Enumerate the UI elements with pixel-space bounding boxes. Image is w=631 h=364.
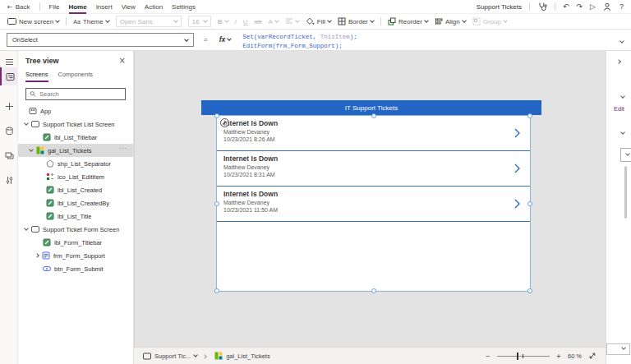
chevron-down-icon[interactable] xyxy=(621,128,624,136)
properties-panel-collapsed: Edit xyxy=(606,51,631,364)
selection-handle[interactable] xyxy=(371,288,376,293)
tree-item-lbl-list-createdby[interactable]: lbl_List_CreatedBy xyxy=(18,196,133,210)
zoom-slider[interactable] xyxy=(497,356,550,357)
fit-to-window-icon[interactable] xyxy=(588,352,596,360)
selection-handle[interactable] xyxy=(214,113,219,118)
selection-handle[interactable] xyxy=(527,201,532,206)
italic-button[interactable]: I xyxy=(235,18,237,25)
new-screen-button[interactable]: New screen xyxy=(7,17,59,25)
tab-screens[interactable]: Screens xyxy=(25,71,48,82)
share-person-icon[interactable] xyxy=(603,2,612,12)
strikethrough-button[interactable]: ab xyxy=(255,18,262,25)
tree-item-btn-form-submit[interactable]: btn_Form_Submit xyxy=(18,262,133,275)
app-name[interactable]: Support Tickets xyxy=(477,3,522,11)
panel-collapse-chevron-icon[interactable] xyxy=(616,58,620,65)
reorder-button[interactable]: Reorder xyxy=(388,17,428,25)
screen-selector[interactable]: Support Tic... xyxy=(143,352,197,360)
chevron-down-icon xyxy=(274,18,279,23)
app-checker-icon[interactable] xyxy=(537,2,547,12)
font-color-button[interactable]: A xyxy=(268,18,278,25)
chevron-right-icon[interactable] xyxy=(514,128,520,138)
chevron-down-icon[interactable] xyxy=(29,147,34,152)
underline-button[interactable]: U xyxy=(243,18,248,25)
tree-item-form-screen[interactable]: Support Ticket Form Screen xyxy=(18,223,133,236)
selection-handle[interactable] xyxy=(527,113,532,118)
media-icon[interactable] xyxy=(0,146,18,164)
fill-button[interactable]: Fill xyxy=(306,17,331,26)
tree-item-lbl-list-titlebar[interactable]: lbl_List_Titlebar xyxy=(18,131,133,144)
play-preview-icon[interactable]: ▷ xyxy=(590,3,596,11)
tree-item-ico-list-edititem[interactable]: ico_List_EditItem xyxy=(18,170,133,183)
border-button[interactable]: Border xyxy=(338,17,374,25)
chevron-right-icon[interactable] xyxy=(514,164,520,173)
redo-icon[interactable]: ↷ xyxy=(577,3,583,11)
panel-scrollbar[interactable] xyxy=(624,166,627,219)
formula-editor[interactable]: Set(varRecordTicket, ThisItem);EditForm(… xyxy=(242,33,357,51)
property-selector[interactable]: OnSelect xyxy=(7,33,194,47)
undo-icon[interactable]: ↶ xyxy=(563,3,569,11)
theme-button[interactable]: Aa Theme xyxy=(73,18,108,25)
menu-item-view[interactable]: View xyxy=(122,3,136,11)
tree-item-frm-form-support[interactable]: frm_Form_Support xyxy=(18,249,133,262)
breadcrumb-selected-control[interactable]: gal_List_Tickets xyxy=(214,352,270,360)
selection-handle[interactable] xyxy=(214,201,219,206)
tree-item-lbl-form-titlebar[interactable]: lbl_Form_Titlebar xyxy=(18,236,133,249)
selection-handle[interactable] xyxy=(527,288,532,293)
text-align-button[interactable] xyxy=(285,17,299,25)
gallery-control-icon xyxy=(36,146,44,154)
menu-item-action[interactable]: Action xyxy=(145,3,163,11)
font-size-select[interactable]: 16 xyxy=(188,16,211,27)
menu-item-file[interactable]: File xyxy=(49,3,60,11)
help-icon[interactable]: ? xyxy=(619,3,624,11)
font-family-select[interactable]: Open Sans xyxy=(116,16,182,27)
menu-item-settings[interactable]: Settings xyxy=(172,3,196,11)
close-icon[interactable]: × xyxy=(119,57,126,65)
bold-button[interactable]: B xyxy=(218,18,228,25)
tree-item-lbl-list-created[interactable]: lbl_List_Created xyxy=(18,183,133,196)
chevron-right-icon[interactable] xyxy=(35,253,39,258)
tree-item-lbl-list-title[interactable]: lbl_List_Title xyxy=(18,210,133,223)
zoom-out-icon[interactable]: − xyxy=(485,352,490,360)
tree-item-shp-list-separator[interactable]: shp_List_Separator xyxy=(18,157,133,170)
align-button[interactable]: Align xyxy=(435,17,466,25)
gallery-item[interactable]: Internet Is Down Matthew Devaney 10/23/2… xyxy=(217,151,530,187)
edit-fields-link[interactable]: Edit xyxy=(614,105,624,113)
tab-components[interactable]: Components xyxy=(58,71,94,82)
chevron-down-icon[interactable] xyxy=(24,226,29,231)
control-tree: App Support Ticket List Screen lbl_List_… xyxy=(18,104,133,275)
tree-view-icon[interactable] xyxy=(0,67,18,85)
bottom-dropdown[interactable] xyxy=(606,343,630,355)
tree-item-gal-list-tickets[interactable]: gal_List_Tickets ··· xyxy=(18,144,133,157)
more-options-icon[interactable]: ··· xyxy=(119,145,128,152)
gallery-edit-pencil-icon[interactable] xyxy=(220,118,229,127)
gallery-item[interactable]: Internet Is Down Matthew Devaney 10/23/2… xyxy=(217,116,530,151)
back-button[interactable]: ← Back xyxy=(7,3,30,11)
zoom-slider-thumb[interactable] xyxy=(517,352,518,360)
formula-bar-expand-button[interactable] xyxy=(620,37,624,44)
gallery-item[interactable]: Internet Is Down Matthew Devaney 10/23/2… xyxy=(217,187,530,222)
fx-button[interactable]: fx xyxy=(219,35,232,44)
selection-handle[interactable] xyxy=(214,288,219,293)
data-sources-icon[interactable] xyxy=(0,122,18,140)
search-input[interactable] xyxy=(39,90,122,98)
tree-item-list-screen[interactable]: Support Ticket List Screen xyxy=(18,117,133,131)
menu-item-insert[interactable]: Insert xyxy=(96,3,113,11)
advanced-tools-icon[interactable] xyxy=(0,171,18,189)
zoom-in-icon[interactable]: + xyxy=(556,352,561,360)
divider xyxy=(529,2,530,11)
insert-plus-icon[interactable] xyxy=(0,97,18,115)
chevron-down-icon xyxy=(193,352,198,357)
selection-handle[interactable] xyxy=(371,113,376,118)
menu-item-home[interactable]: Home xyxy=(68,3,86,11)
gallery-control[interactable]: Internet Is Down Matthew Devaney 10/23/2… xyxy=(216,115,531,292)
chevron-down-icon[interactable] xyxy=(621,92,624,99)
search-icon xyxy=(30,90,36,98)
shape-control-icon xyxy=(46,159,54,168)
design-canvas[interactable]: IT Support Tickets Internet Is Down Matt… xyxy=(134,51,606,347)
screen-titlebar[interactable]: IT Support Tickets xyxy=(201,100,541,115)
tree-item-app[interactable]: App xyxy=(18,104,133,117)
property-dropdown[interactable] xyxy=(620,148,631,162)
chevron-down-icon[interactable] xyxy=(24,121,29,126)
group-button[interactable]: Group xyxy=(472,17,507,25)
chevron-right-icon[interactable] xyxy=(514,199,520,209)
